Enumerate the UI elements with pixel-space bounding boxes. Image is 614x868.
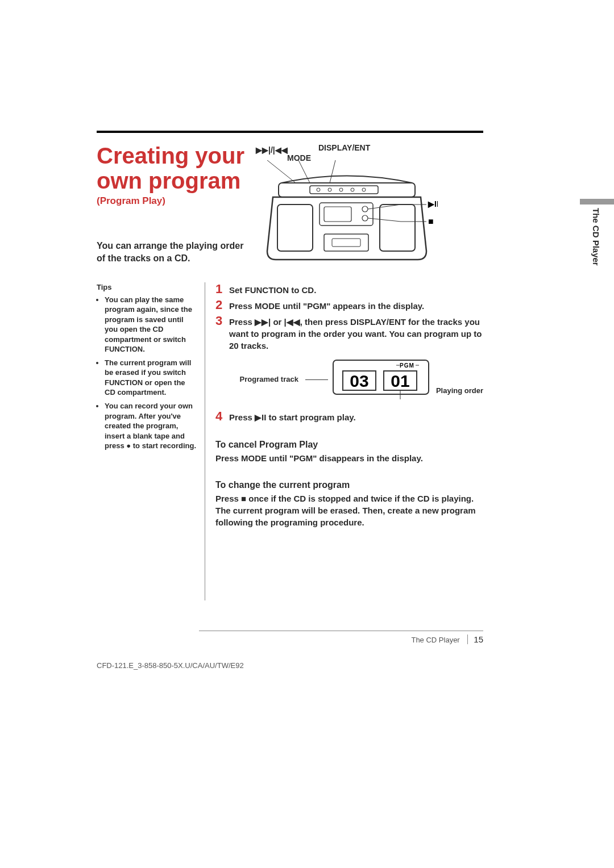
step-number: 4 bbox=[215, 410, 229, 423]
callout-stop-icon: ■ bbox=[428, 216, 434, 226]
device-diagram: ▶▶|/|◀◀ DISPLAY/ENT MODE bbox=[256, 143, 483, 268]
intro-text: You can arrange the playing order of the… bbox=[97, 240, 244, 264]
step-1: 1 Set FUNCTION to CD. bbox=[215, 282, 483, 296]
side-tab-bar bbox=[580, 199, 614, 205]
label-ff-rew: ▶▶|/|◀◀ bbox=[256, 145, 288, 155]
side-tab: The CD Player bbox=[580, 199, 614, 266]
cancel-body: Press MODE until "PGM" disappears in the… bbox=[215, 452, 483, 464]
lcd-pgm-label: PGM bbox=[400, 362, 414, 369]
svg-point-9 bbox=[362, 188, 366, 191]
side-tab-label: The CD Player bbox=[591, 208, 601, 266]
svg-line-0 bbox=[267, 160, 296, 183]
tip-item: The current program will be erased if yo… bbox=[105, 358, 196, 398]
svg-point-14 bbox=[362, 206, 368, 212]
footer-doc-code: CFD-121.E_3-858-850-5X.U/CA/AU/TW/E92 bbox=[97, 661, 483, 670]
step-text: Press MODE until "PGM" appears in the di… bbox=[229, 298, 424, 312]
callout-play-icon: ▶II bbox=[428, 199, 438, 208]
svg-rect-17 bbox=[332, 239, 360, 247]
tip-item: You can play the same program again, sin… bbox=[105, 295, 196, 354]
tips-column: Tips You can play the same program again… bbox=[97, 282, 205, 600]
svg-rect-13 bbox=[324, 207, 351, 222]
label-display-ent: DISPLAY/ENT bbox=[318, 143, 370, 152]
tips-heading: Tips bbox=[97, 282, 196, 293]
step-2: 2 Press MODE until "PGM" appears in the … bbox=[215, 298, 483, 312]
lcd-right-caption: Playing order bbox=[434, 386, 483, 396]
footer-page-number: 15 bbox=[467, 635, 483, 644]
lcd-example: Programed track PGM 03 01 Playing or bbox=[215, 360, 483, 399]
lcd-left-digits: 03 bbox=[350, 372, 368, 390]
footer-section: The CD Player bbox=[411, 636, 459, 644]
svg-line-2 bbox=[330, 160, 335, 183]
boombox-illustration: ▶II ■ bbox=[256, 160, 438, 268]
svg-rect-11 bbox=[380, 205, 415, 251]
tip-item: You can record your own program. After y… bbox=[105, 401, 196, 451]
step-text: Press ▶▶| or |◀◀, then press DISPLAY/ENT… bbox=[229, 314, 483, 352]
svg-rect-3 bbox=[279, 183, 415, 197]
svg-point-5 bbox=[317, 188, 320, 191]
step-4: 4 Press ▶II to start program play. bbox=[215, 410, 483, 423]
svg-rect-10 bbox=[277, 205, 313, 251]
steps-column: 1 Set FUNCTION to CD. 2 Press MODE until… bbox=[205, 282, 483, 600]
page-subtitle: (Program Play) bbox=[97, 195, 256, 207]
step-text: Set FUNCTION to CD. bbox=[229, 282, 316, 296]
step-number: 3 bbox=[215, 314, 229, 328]
step-number: 1 bbox=[215, 282, 229, 296]
svg-point-15 bbox=[362, 215, 368, 221]
label-mode: MODE bbox=[287, 153, 311, 162]
svg-point-7 bbox=[339, 188, 343, 191]
page-footer: The CD Player 15 CFD-121.E_3-858-850-5X.… bbox=[97, 625, 483, 670]
cancel-heading: To cancel Program Play bbox=[215, 439, 483, 451]
step-text: Press ▶II to start program play. bbox=[229, 410, 356, 423]
step-number: 2 bbox=[215, 298, 229, 312]
title-line1: Creating your bbox=[97, 143, 244, 168]
svg-point-6 bbox=[328, 188, 331, 191]
svg-point-8 bbox=[351, 188, 354, 191]
title-line2: own program bbox=[97, 168, 240, 193]
change-heading: To change the current program bbox=[215, 479, 483, 491]
svg-rect-16 bbox=[324, 234, 368, 251]
change-body: Press ■ once if the CD is stopped and tw… bbox=[215, 493, 483, 528]
lcd-display-illustration: PGM 03 01 bbox=[333, 360, 429, 399]
lcd-right-digits: 01 bbox=[391, 372, 409, 390]
lcd-left-caption: Programed track bbox=[240, 374, 301, 385]
step-3: 3 Press ▶▶| or |◀◀, then press DISPLAY/E… bbox=[215, 314, 483, 352]
lcd-leader-line bbox=[305, 379, 328, 380]
page-title: Creating your own program bbox=[97, 143, 256, 193]
top-rule bbox=[97, 131, 483, 133]
svg-rect-22 bbox=[333, 360, 429, 394]
